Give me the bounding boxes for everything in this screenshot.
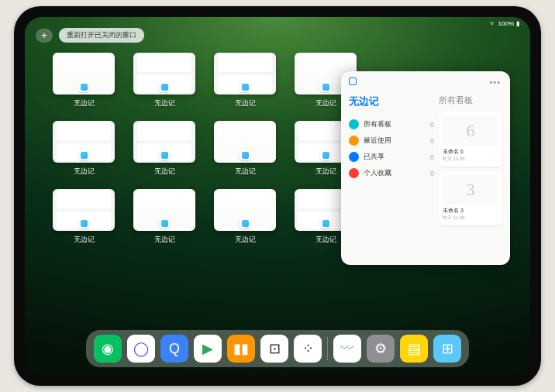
freeform-panel: ••• 无边记 所有看板0最近使用0已共享0个人收藏0 所有看板 6未命名 6昨… [341,71,510,265]
thumbnail-label: 无边记 [154,167,175,177]
wifi-icon: ᯤ [490,20,496,27]
window-thumbnail[interactable]: 无边记 [53,189,115,245]
thumbnail-label: 无边记 [74,98,95,108]
thumbnail-label: 无边记 [74,235,95,245]
freeform-app-icon [159,218,170,229]
thumbnail-preview [133,53,195,95]
top-bar: + 重新打开已关闭的窗口 [36,28,144,43]
board-name: 未命名 6 [443,148,498,156]
board-card[interactable]: 6未命名 6昨天 11:25 [439,112,502,167]
panel-section-title: 所有看板 [439,95,502,106]
freeform-app-icon [320,218,331,229]
sidebar-item-label: 最近使用 [364,136,391,146]
freeform-app-icon [78,218,89,229]
thumbnail-preview [53,189,115,231]
battery-icon: ▮ [516,20,519,27]
panel-app-icon [349,77,357,85]
panel-content: 所有看板 6未命名 6昨天 11:253未命名 3昨天 11:25 [439,79,502,257]
dock-qqbrowser-icon[interactable]: Q [160,335,188,363]
freeform-app-icon [320,150,331,160]
board-date: 昨天 11:25 [443,156,498,163]
freeform-app-icon [240,150,250,160]
window-thumbnail[interactable]: 无边记 [214,53,276,108]
thumbnail-label: 无边记 [235,167,256,177]
sidebar-item-count: 0 [430,137,434,145]
dock-quark-icon[interactable]: ◯ [127,335,155,363]
dock-apps-icon[interactable]: ⊞ [433,335,461,363]
thumbnail-label: 无边记 [154,98,175,108]
thumbnail-preview [214,189,276,231]
thumbnail-preview [214,53,276,95]
board-preview: 6 [443,116,498,146]
thumbnail-label: 无边记 [74,167,95,177]
dock-books-icon[interactable]: ▮▮ [227,335,255,363]
sidebar-item[interactable]: 已共享0 [349,149,434,165]
dock-app2-icon[interactable]: ⁘ [294,335,322,363]
sidebar-item[interactable]: 个人收藏0 [349,165,434,181]
ipad-frame: ᯤ 100% ▮ + 重新打开已关闭的窗口 无边记无边记无边记无边记无边记无边记… [14,6,541,386]
freeform-app-icon [240,81,250,92]
dock-media-icon[interactable]: ▶ [194,335,222,363]
window-thumbnail[interactable]: 无边记 [214,189,276,245]
freeform-app-icon [320,81,331,92]
thumbnail-label: 无边记 [315,98,336,108]
reopen-closed-window-button[interactable]: 重新打开已关闭的窗口 [59,28,144,43]
sidebar-item-label: 已共享 [364,152,384,162]
thumbnail-preview [133,189,195,231]
window-thumbnail[interactable]: 无边记 [53,53,115,108]
board-date: 昨天 11:25 [443,215,498,222]
thumbnail-label: 无边记 [154,235,175,245]
sidebar-item-icon [349,136,359,146]
panel-sidebar: 无边记 所有看板0最近使用0已共享0个人收藏0 [349,79,434,257]
sidebar-item-label: 所有看板 [364,119,391,129]
freeform-app-icon [78,150,89,160]
dock-wechat-icon[interactable]: ◉ [94,335,122,363]
dock-app1-icon[interactable]: ⊡ [260,335,288,363]
dock-divider [327,337,328,360]
thumbnail-label: 无边记 [315,167,336,177]
thumbnail-preview [133,121,195,163]
board-card[interactable]: 3未命名 3昨天 11:25 [439,171,502,225]
thumbnail-preview [53,121,115,163]
sidebar-item[interactable]: 所有看板0 [349,116,434,132]
freeform-app-icon [78,81,89,92]
window-thumbnail[interactable]: 无边记 [133,53,195,108]
sidebar-item-icon [349,168,359,178]
window-grid: 无边记无边记无边记无边记无边记无边记无边记无边记无边记无边记无边记无边记 [53,53,357,245]
sidebar-item-icon [349,152,359,162]
new-window-button[interactable]: + [36,29,53,43]
panel-title: 无边记 [349,95,434,108]
freeform-app-icon [159,81,170,92]
board-name: 未命名 3 [443,207,498,215]
sidebar-item-icon [349,119,359,129]
thumbnail-preview [214,121,276,163]
window-thumbnail[interactable]: 无边记 [214,121,276,177]
dock-freeform-icon[interactable]: 〰 [333,335,361,363]
dock-notes-icon[interactable]: ▤ [400,335,428,363]
dock-settings-icon[interactable]: ⚙ [367,335,395,363]
screen: ᯤ 100% ▮ + 重新打开已关闭的窗口 无边记无边记无边记无边记无边记无边记… [25,17,530,375]
thumbnail-preview [53,53,115,95]
window-thumbnail[interactable]: 无边记 [133,189,195,245]
board-preview: 3 [443,175,498,205]
freeform-app-icon [159,150,170,160]
sidebar-item-count: 0 [430,121,434,129]
sidebar-item-label: 个人收藏 [364,168,391,178]
sidebar-item-count: 0 [430,170,434,177]
battery-label: 100% [498,20,514,27]
status-bar: ᯤ 100% ▮ [490,20,519,27]
thumbnail-label: 无边记 [235,98,256,108]
window-thumbnail[interactable]: 无边记 [53,121,115,177]
thumbnail-label: 无边记 [235,235,256,245]
dock: ◉◯Q▶▮▮⊡⁘〰⚙▤⊞ [86,330,469,367]
sidebar-item[interactable]: 最近使用0 [349,132,434,149]
thumbnail-label: 无边记 [315,235,336,245]
window-thumbnail[interactable]: 无边记 [133,121,195,177]
freeform-app-icon [240,218,250,229]
sidebar-item-count: 0 [430,153,434,161]
panel-more-icon[interactable]: ••• [489,77,501,87]
